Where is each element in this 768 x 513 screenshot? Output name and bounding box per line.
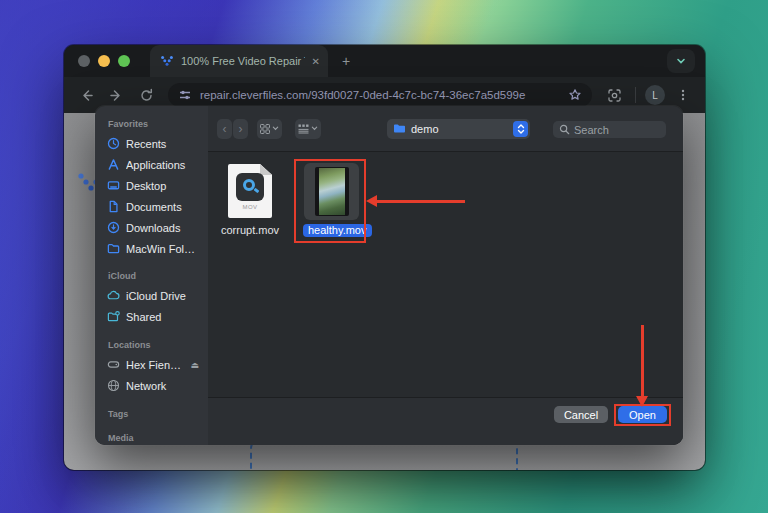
icon-view-button[interactable] [257,119,282,139]
current-folder-name: demo [411,123,508,135]
gallery-view-icon [298,124,309,134]
sidebar-item-macwin-folder[interactable]: MacWin Folder [106,238,199,259]
menu-kebab-icon[interactable] [671,83,695,107]
toolbar-divider [635,87,636,103]
favorites-section-title: Favorites [108,118,199,130]
folder-dropdown[interactable]: demo [387,119,530,139]
sidebar-item-recents[interactable]: Recents [106,133,199,154]
window-controls [64,55,142,67]
open-button[interactable]: Open [618,406,667,423]
list-view-button[interactable] [295,119,321,139]
profile-avatar[interactable]: L [645,85,665,105]
grid-view-icon [260,124,270,134]
forward-button[interactable]: › [233,119,248,139]
zoom-window-button[interactable] [118,55,130,67]
globe-icon [106,379,120,392]
tab-search-button[interactable] [667,49,695,73]
dropdown-stepper-icon[interactable] [513,121,528,137]
mov-badge: MOV [228,204,272,210]
nav-buttons: ‹ › [217,119,248,139]
search-icon [559,124,570,135]
sidebar-item-applications[interactable]: Applications [106,154,199,175]
chevron-down-icon [675,55,687,67]
tab-strip: 100% Free Video Repair Tool ✕ + [64,45,705,77]
dialog-footer: Cancel Open [208,397,683,445]
search-input[interactable] [574,124,654,136]
clock-icon [106,137,120,150]
file-name: corrupt.mov [212,224,288,236]
media-section-title: Media [108,432,199,444]
chevron-down-icon [311,125,318,132]
sidebar-item-shared[interactable]: Shared [106,306,199,327]
close-window-button[interactable] [78,55,90,67]
sidebar-item-desktop[interactable]: Desktop [106,175,199,196]
sidebar-item-icloud-drive[interactable]: iCloud Drive [106,285,199,306]
minimize-window-button[interactable] [98,55,110,67]
reload-icon[interactable] [134,83,158,107]
applications-icon [106,158,120,171]
desktop-icon [106,179,120,192]
search-field[interactable] [553,121,666,138]
document-icon [106,200,120,213]
tags-section-title: Tags [108,408,199,420]
file-item-corrupt[interactable]: MOV corrupt.mov [212,164,288,236]
screenshot-icon[interactable] [602,83,626,107]
shared-folder-icon [106,310,120,323]
tab-title: 100% Free Video Repair Tool [181,55,305,67]
dialog-sidebar: Favorites Recents Applications Desktop D… [95,106,208,445]
url-text: repair.cleverfiles.com/93fd0027-0ded-4c7… [200,89,560,101]
tab-favicon [160,54,174,68]
selection-highlight [304,163,359,220]
cancel-button[interactable]: Cancel [554,406,608,423]
sidebar-item-network[interactable]: Network [106,375,199,396]
bookmark-star-icon[interactable] [568,88,582,102]
dialog-main: ‹ › demo [208,106,683,445]
site-settings-icon[interactable] [178,88,192,102]
new-tab-button[interactable]: + [342,53,350,69]
address-bar[interactable]: repair.cleverfiles.com/93fd0027-0ded-4c7… [168,83,592,107]
disk-icon [106,358,120,371]
dialog-toolbar: ‹ › demo [208,106,683,152]
selected-file-name: healthy.mov [303,224,372,237]
tab-close-icon[interactable]: ✕ [312,56,320,67]
file-list-area[interactable]: MOV corrupt.mov healthy.mov [208,152,683,397]
folder-icon [106,242,120,255]
downloads-icon [106,221,120,234]
file-item-healthy-selected[interactable]: healthy.mov [303,163,360,238]
sidebar-item-hex-fiend[interactable]: Hex Fiend… ⏏ [106,354,199,375]
icloud-section-title: iCloud [108,270,199,282]
eject-icon[interactable]: ⏏ [190,360,199,370]
sidebar-item-downloads[interactable]: Downloads [106,217,199,238]
open-file-dialog: Favorites Recents Applications Desktop D… [95,106,683,445]
cloud-icon [106,289,120,302]
forward-icon[interactable] [104,83,128,107]
back-icon[interactable] [74,83,98,107]
browser-tab[interactable]: 100% Free Video Repair Tool ✕ [150,45,328,77]
video-thumbnail [315,167,349,216]
back-button[interactable]: ‹ [217,119,232,139]
mov-file-icon: MOV [228,164,272,218]
chevron-down-icon [272,125,279,132]
folder-icon [393,123,406,134]
locations-section-title: Locations [108,339,199,351]
sidebar-item-documents[interactable]: Documents [106,196,199,217]
